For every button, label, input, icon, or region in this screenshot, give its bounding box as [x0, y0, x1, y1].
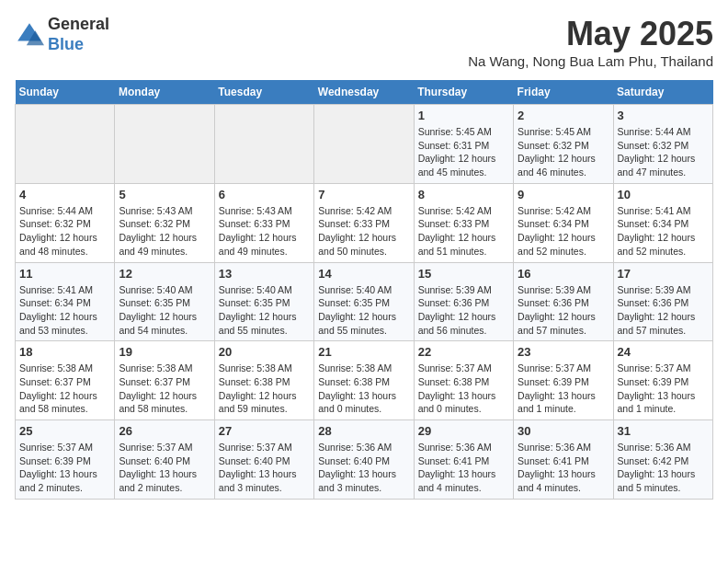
day-cell: 2Sunrise: 5:45 AM Sunset: 6:32 PM Daylig… — [514, 105, 613, 184]
day-info: Sunrise: 5:40 AM Sunset: 6:35 PM Dayligh… — [318, 283, 409, 338]
column-header-wednesday: Wednesday — [314, 80, 414, 105]
day-cell: 7Sunrise: 5:42 AM Sunset: 6:33 PM Daylig… — [314, 183, 414, 262]
day-cell: 4Sunrise: 5:44 AM Sunset: 6:32 PM Daylig… — [16, 183, 115, 262]
day-cell: 28Sunrise: 5:36 AM Sunset: 6:40 PM Dayli… — [314, 420, 414, 500]
day-cell: 17Sunrise: 5:39 AM Sunset: 6:36 PM Dayli… — [613, 262, 712, 341]
day-cell: 27Sunrise: 5:37 AM Sunset: 6:40 PM Dayli… — [214, 420, 313, 500]
week-row-1: 1Sunrise: 5:45 AM Sunset: 6:31 PM Daylig… — [16, 105, 713, 184]
day-info: Sunrise: 5:38 AM Sunset: 6:37 PM Dayligh… — [19, 362, 110, 416]
day-cell: 14Sunrise: 5:40 AM Sunset: 6:35 PM Dayli… — [314, 262, 414, 341]
title-block: May 2025 Na Wang, Nong Bua Lam Phu, Thai… — [468, 15, 713, 69]
day-cell: 8Sunrise: 5:42 AM Sunset: 6:33 PM Daylig… — [414, 183, 513, 262]
day-cell: 21Sunrise: 5:38 AM Sunset: 6:38 PM Dayli… — [314, 341, 414, 420]
day-cell: 26Sunrise: 5:37 AM Sunset: 6:40 PM Dayli… — [115, 420, 214, 500]
day-number: 27 — [219, 424, 310, 438]
week-row-5: 25Sunrise: 5:37 AM Sunset: 6:39 PM Dayli… — [16, 420, 713, 500]
day-cell — [314, 105, 414, 184]
day-info: Sunrise: 5:42 AM Sunset: 6:34 PM Dayligh… — [518, 204, 609, 259]
day-info: Sunrise: 5:37 AM Sunset: 6:39 PM Dayligh… — [518, 362, 609, 416]
day-cell: 11Sunrise: 5:41 AM Sunset: 6:34 PM Dayli… — [16, 262, 115, 341]
day-number: 10 — [618, 188, 709, 201]
day-cell: 23Sunrise: 5:37 AM Sunset: 6:39 PM Dayli… — [514, 341, 613, 420]
day-info: Sunrise: 5:37 AM Sunset: 6:40 PM Dayligh… — [219, 441, 310, 495]
day-cell: 18Sunrise: 5:38 AM Sunset: 6:37 PM Dayli… — [16, 341, 115, 420]
column-header-saturday: Saturday — [613, 80, 712, 105]
day-number: 26 — [119, 424, 210, 438]
day-number: 8 — [418, 188, 509, 201]
day-info: Sunrise: 5:40 AM Sunset: 6:35 PM Dayligh… — [119, 283, 210, 338]
calendar-table: SundayMondayTuesdayWednesdayThursdayFrid… — [15, 80, 713, 500]
day-info: Sunrise: 5:39 AM Sunset: 6:36 PM Dayligh… — [418, 283, 509, 338]
week-row-2: 4Sunrise: 5:44 AM Sunset: 6:32 PM Daylig… — [16, 183, 713, 262]
day-number: 15 — [418, 267, 509, 281]
day-info: Sunrise: 5:38 AM Sunset: 6:37 PM Dayligh… — [119, 362, 210, 416]
day-cell: 10Sunrise: 5:41 AM Sunset: 6:34 PM Dayli… — [613, 183, 712, 262]
day-info: Sunrise: 5:37 AM Sunset: 6:39 PM Dayligh… — [19, 441, 110, 495]
day-number: 7 — [318, 188, 409, 201]
column-header-friday: Friday — [514, 80, 613, 105]
day-number: 19 — [119, 345, 210, 359]
day-cell — [214, 105, 313, 184]
day-cell — [115, 105, 214, 184]
day-cell: 20Sunrise: 5:38 AM Sunset: 6:38 PM Dayli… — [214, 341, 313, 420]
day-info: Sunrise: 5:36 AM Sunset: 6:40 PM Dayligh… — [318, 441, 409, 495]
day-cell: 19Sunrise: 5:38 AM Sunset: 6:37 PM Dayli… — [115, 341, 214, 420]
day-cell — [16, 105, 115, 184]
day-cell: 22Sunrise: 5:37 AM Sunset: 6:38 PM Dayli… — [414, 341, 513, 420]
logo: General Blue — [15, 15, 109, 54]
day-info: Sunrise: 5:37 AM Sunset: 6:39 PM Dayligh… — [618, 362, 709, 416]
day-cell: 31Sunrise: 5:36 AM Sunset: 6:42 PM Dayli… — [613, 420, 712, 500]
day-number: 13 — [219, 267, 310, 281]
day-info: Sunrise: 5:41 AM Sunset: 6:34 PM Dayligh… — [19, 283, 110, 338]
day-info: Sunrise: 5:45 AM Sunset: 6:32 PM Dayligh… — [518, 125, 609, 179]
day-number: 29 — [418, 424, 509, 438]
day-info: Sunrise: 5:37 AM Sunset: 6:38 PM Dayligh… — [418, 362, 509, 416]
day-info: Sunrise: 5:42 AM Sunset: 6:33 PM Dayligh… — [418, 204, 509, 259]
day-info: Sunrise: 5:43 AM Sunset: 6:33 PM Dayligh… — [219, 204, 310, 259]
day-info: Sunrise: 5:39 AM Sunset: 6:36 PM Dayligh… — [518, 283, 609, 338]
day-number: 12 — [119, 267, 210, 281]
day-number: 2 — [518, 109, 609, 122]
day-cell: 16Sunrise: 5:39 AM Sunset: 6:36 PM Dayli… — [514, 262, 613, 341]
day-number: 23 — [518, 345, 609, 359]
day-number: 28 — [318, 424, 409, 438]
location: Na Wang, Nong Bua Lam Phu, Thailand — [468, 53, 713, 69]
day-number: 6 — [219, 188, 310, 201]
day-number: 4 — [19, 188, 110, 201]
day-info: Sunrise: 5:38 AM Sunset: 6:38 PM Dayligh… — [219, 362, 310, 416]
day-number: 17 — [618, 267, 709, 281]
week-row-4: 18Sunrise: 5:38 AM Sunset: 6:37 PM Dayli… — [16, 341, 713, 420]
day-cell: 5Sunrise: 5:43 AM Sunset: 6:32 PM Daylig… — [115, 183, 214, 262]
day-cell: 24Sunrise: 5:37 AM Sunset: 6:39 PM Dayli… — [613, 341, 712, 420]
day-number: 1 — [418, 109, 509, 122]
logo-icon — [15, 20, 44, 50]
day-info: Sunrise: 5:36 AM Sunset: 6:41 PM Dayligh… — [518, 441, 609, 495]
day-number: 20 — [219, 345, 310, 359]
day-number: 31 — [618, 424, 709, 438]
day-cell: 3Sunrise: 5:44 AM Sunset: 6:32 PM Daylig… — [613, 105, 712, 184]
day-cell: 12Sunrise: 5:40 AM Sunset: 6:35 PM Dayli… — [115, 262, 214, 341]
day-info: Sunrise: 5:42 AM Sunset: 6:33 PM Dayligh… — [318, 204, 409, 259]
day-info: Sunrise: 5:44 AM Sunset: 6:32 PM Dayligh… — [19, 204, 110, 259]
day-info: Sunrise: 5:43 AM Sunset: 6:32 PM Dayligh… — [119, 204, 210, 259]
day-info: Sunrise: 5:37 AM Sunset: 6:40 PM Dayligh… — [119, 441, 210, 495]
day-number: 5 — [119, 188, 210, 201]
column-header-tuesday: Tuesday — [214, 80, 313, 105]
day-number: 18 — [19, 345, 110, 359]
logo-blue-text: Blue — [48, 35, 109, 55]
day-cell: 6Sunrise: 5:43 AM Sunset: 6:33 PM Daylig… — [214, 183, 313, 262]
day-number: 21 — [318, 345, 409, 359]
week-row-3: 11Sunrise: 5:41 AM Sunset: 6:34 PM Dayli… — [16, 262, 713, 341]
month-title: May 2025 — [468, 15, 713, 53]
day-cell: 25Sunrise: 5:37 AM Sunset: 6:39 PM Dayli… — [16, 420, 115, 500]
day-info: Sunrise: 5:44 AM Sunset: 6:32 PM Dayligh… — [618, 125, 709, 179]
column-header-thursday: Thursday — [414, 80, 513, 105]
day-info: Sunrise: 5:38 AM Sunset: 6:38 PM Dayligh… — [318, 362, 409, 416]
column-header-sunday: Sunday — [16, 80, 115, 105]
day-number: 22 — [418, 345, 509, 359]
day-number: 16 — [518, 267, 609, 281]
day-cell: 13Sunrise: 5:40 AM Sunset: 6:35 PM Dayli… — [214, 262, 313, 341]
day-cell: 29Sunrise: 5:36 AM Sunset: 6:41 PM Dayli… — [414, 420, 513, 500]
header-row: SundayMondayTuesdayWednesdayThursdayFrid… — [16, 80, 713, 105]
day-cell: 30Sunrise: 5:36 AM Sunset: 6:41 PM Dayli… — [514, 420, 613, 500]
